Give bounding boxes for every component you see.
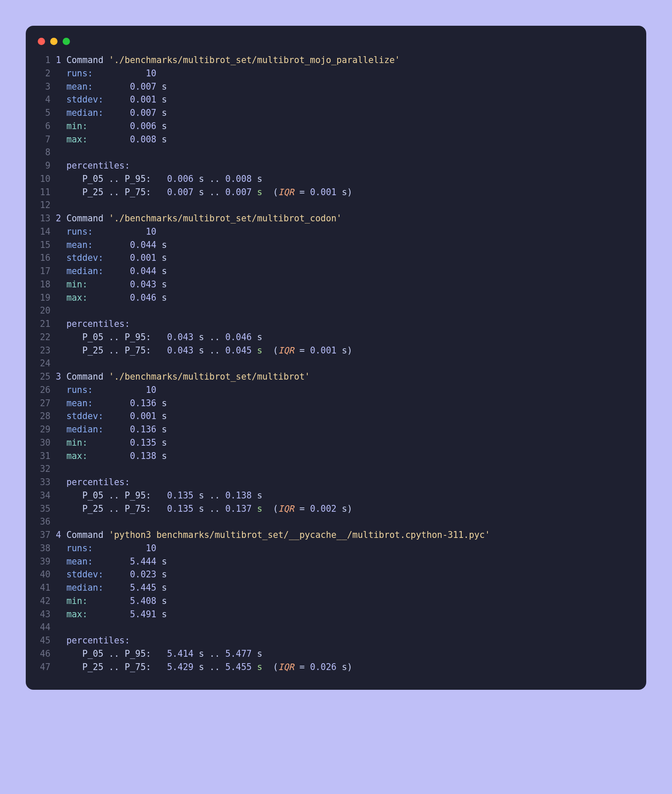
line-number: 1 — [38, 54, 51, 67]
code-line: 374 Command 'python3 benchmarks/multibro… — [38, 528, 634, 542]
iqr-label: IQR — [278, 345, 294, 356]
line-content: stddev: 0.001 s — [56, 251, 167, 265]
percentiles-label: percentiles: — [67, 160, 130, 171]
sec-unit-green: s — [257, 662, 262, 672]
p05-value: 0.135 — [167, 490, 194, 501]
line-content: P_05 .. P_95: 0.135 s .. 0.138 s — [56, 489, 262, 502]
command-path: './benchmarks/multibrot_set/multibrot_mo… — [109, 55, 400, 65]
sec-unit-green: s — [257, 345, 262, 356]
line-number: 18 — [38, 278, 51, 291]
line-content: 4 Command 'python3 benchmarks/multibrot_… — [56, 528, 490, 542]
minimize-icon[interactable] — [50, 38, 58, 45]
stddev-label: stddev: — [67, 94, 109, 105]
median-value: 5.445 — [109, 583, 156, 593]
min-value: 0.006 — [109, 121, 156, 131]
line-content: runs: 10 — [56, 542, 157, 555]
sec-unit: s — [199, 504, 204, 514]
code-line: 132 Command './benchmarks/multibrot_set/… — [38, 212, 634, 225]
code-line: 26 runs: 10 — [38, 383, 634, 397]
p95-value: 0.046 — [225, 332, 252, 342]
p05-p95-label: P_05 .. P_95: — [82, 649, 151, 659]
line-content: min: 0.006 s — [56, 120, 167, 133]
p75-value: 0.007 — [225, 187, 252, 197]
percentiles-label: percentiles: — [67, 477, 130, 487]
sec-unit-green: s — [257, 187, 262, 197]
command-path: './benchmarks/multibrot_set/multibrot_co… — [109, 213, 342, 223]
runs-value: 10 — [130, 226, 157, 237]
code-line: 7 max: 0.008 s — [38, 133, 634, 146]
p25-p75-label: P_25 .. P_75: — [82, 345, 151, 356]
line-content: median: 0.007 s — [56, 106, 167, 120]
iqr-value: 0.001 — [310, 345, 336, 356]
line-content: P_25 .. P_75: 5.429 s .. 5.455 s (IQR = … — [56, 661, 352, 674]
range-sep: .. — [204, 174, 225, 184]
line-number: 38 — [38, 542, 51, 555]
sec-unit: s — [162, 108, 167, 118]
code-line: 28 stddev: 0.001 s — [38, 410, 634, 423]
p95-value: 0.138 — [225, 490, 252, 501]
stddev-value: 0.023 — [109, 569, 156, 580]
mean-value: 0.007 — [109, 82, 156, 92]
p25-value: 0.007 — [167, 187, 194, 197]
sec-unit: s — [199, 345, 204, 356]
line-number: 28 — [38, 410, 51, 423]
line-number: 9 — [38, 159, 51, 172]
line-number: 4 — [38, 93, 51, 106]
line-number: 41 — [38, 581, 51, 595]
line-content: max: 0.008 s — [56, 133, 167, 146]
line-content: percentiles: — [56, 476, 130, 489]
code-line: 3 mean: 0.007 s — [38, 80, 634, 94]
close-icon[interactable] — [38, 38, 45, 45]
p05-value: 5.414 — [167, 649, 194, 659]
line-content: max: 0.138 s — [56, 450, 167, 463]
sec-unit: s — [162, 569, 167, 580]
code-line: 36 — [38, 515, 634, 528]
line-content: mean: 0.044 s — [56, 239, 167, 252]
iqr-label: IQR — [278, 504, 294, 514]
line-number: 20 — [38, 304, 51, 317]
line-content: P_05 .. P_95: 0.006 s .. 0.008 s — [56, 172, 262, 186]
maximize-icon[interactable] — [63, 38, 70, 45]
line-number: 34 — [38, 489, 51, 502]
line-number: 25 — [38, 370, 51, 383]
sec-unit: s — [162, 121, 167, 131]
line-content: mean: 5.444 s — [56, 555, 167, 568]
code-line: 38 runs: 10 — [38, 542, 634, 555]
code-line: 5 median: 0.007 s — [38, 106, 634, 120]
mean-label: mean: — [67, 82, 109, 92]
p05-p95-label: P_05 .. P_95: — [82, 174, 151, 184]
sec-unit: s — [162, 240, 167, 250]
sec-unit: s — [162, 266, 167, 276]
line-number: 40 — [38, 568, 51, 581]
command-label: Command — [67, 55, 103, 65]
code-line: 12 — [38, 199, 634, 212]
line-content: runs: 10 — [56, 383, 157, 397]
line-number: 46 — [38, 647, 51, 661]
max-label: max: — [67, 609, 109, 619]
range-sep: .. — [204, 662, 225, 672]
runs-value: 10 — [130, 68, 157, 78]
min-label: min: — [67, 121, 109, 131]
percentiles-label: percentiles: — [67, 635, 130, 646]
stddev-value: 0.001 — [109, 253, 156, 263]
line-content: median: 0.044 s — [56, 265, 167, 278]
range-sep: .. — [204, 345, 225, 356]
line-number: 24 — [38, 357, 51, 370]
median-value: 0.007 — [109, 108, 156, 118]
sec-unit: s — [199, 649, 204, 659]
max-value: 0.008 — [109, 134, 156, 145]
line-number: 31 — [38, 450, 51, 463]
line-content: mean: 0.007 s — [56, 80, 167, 94]
code-line: 45 percentiles: — [38, 634, 634, 647]
code-line: 15 mean: 0.044 s — [38, 239, 634, 252]
code-area: 11 Command './benchmarks/multibrot_set/m… — [26, 54, 646, 673]
sec-unit: s — [199, 174, 204, 184]
line-number: 10 — [38, 172, 51, 186]
stddev-label: stddev: — [67, 411, 109, 421]
max-label: max: — [67, 451, 109, 461]
p25-value: 0.043 — [167, 345, 194, 356]
sec-unit: s — [162, 82, 167, 92]
line-content: median: 5.445 s — [56, 581, 167, 595]
p05-p95-label: P_05 .. P_95: — [82, 332, 151, 342]
sec-unit: s — [162, 134, 167, 145]
